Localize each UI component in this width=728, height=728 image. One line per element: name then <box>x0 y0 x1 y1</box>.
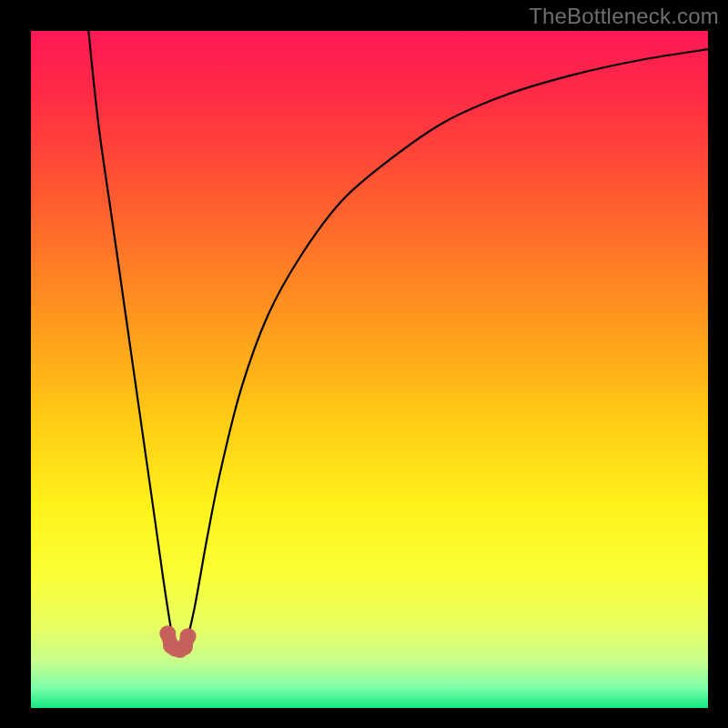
chart-frame: TheBottleneck.com <box>0 0 728 728</box>
watermark-text: TheBottleneck.com <box>529 4 719 29</box>
svg-point-5 <box>180 628 197 644</box>
plot-area <box>31 31 708 708</box>
bottleneck-chart <box>31 31 708 708</box>
